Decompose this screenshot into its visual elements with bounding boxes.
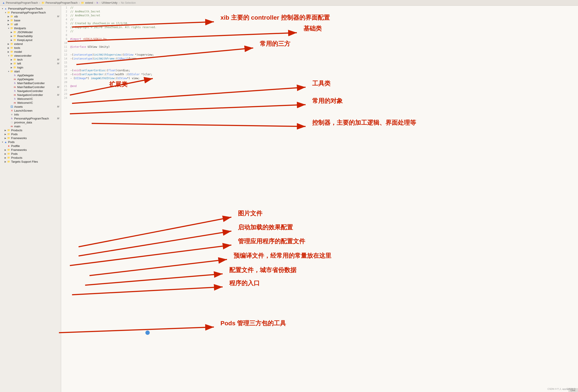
- sidebar-item-navcontroller-h[interactable]: h NavigationController: [0, 89, 61, 93]
- sidebar-label-jsonmodel: JSONModel: [17, 31, 61, 34]
- sidebar-label-pods-products: Products: [11, 156, 61, 159]
- sidebar-item-province-data[interactable]: □ province_data: [0, 120, 61, 124]
- code-content[interactable]: 1 // 2 // AndHealth_Secret 3 // AndHealt…: [61, 6, 578, 392]
- folder-icon-base: 📁: [10, 19, 13, 22]
- h-icon-3: h: [13, 89, 17, 93]
- sidebar-item-welcomevc-h[interactable]: h WelcomeVC: [0, 97, 61, 101]
- arrow-pods-group: ▶: [4, 133, 7, 135]
- sidebar-item-keeplayout[interactable]: ▶ 📁 KeepLayout: [0, 38, 61, 42]
- sidebar-item-maintabbar-m[interactable]: m MainTabBarController M: [0, 85, 61, 89]
- sidebar-item-pods-pods[interactable]: ▶ 📁 Pods: [0, 152, 61, 156]
- m-icon-3: m: [13, 93, 17, 97]
- sidebar-item-tools[interactable]: ▶ 📁 tools: [0, 46, 61, 50]
- sidebar-label-podfile: Podfile: [11, 144, 61, 148]
- xcode-icon: ▲: [4, 7, 7, 10]
- sidebar-item-reachability[interactable]: ▶ 📁 Reachability: [0, 34, 61, 38]
- code-line-8: 8: [61, 33, 578, 37]
- sidebar-label-tools: tools: [14, 46, 61, 49]
- badge-tech: M: [57, 58, 59, 61]
- sidebar-item-frameworks[interactable]: ▶ 📁 Frameworks: [0, 136, 61, 140]
- sidebar-item-pods-frameworks[interactable]: ▶ 📁 Frameworks: [0, 148, 61, 152]
- sidebar-item-targets-support[interactable]: ▶ 📁 Targets Support Files: [0, 159, 61, 163]
- sidebar-label-main-group: PersonalAppProgramTeach: [11, 11, 61, 14]
- arrow-keeplayout: ▶: [10, 39, 13, 41]
- sidebar-item-launchscreen[interactable]: ✕ LaunchScreen: [0, 109, 61, 113]
- sidebar-item-tech[interactable]: ▶ 📁 tech M: [0, 58, 61, 61]
- sidebar-label-pods-group: Pods: [11, 133, 61, 136]
- line-num-10: 10: [61, 41, 69, 45]
- code-line-4: 4 //: [61, 17, 578, 21]
- breadcrumb-item-6[interactable]: No Selection: [121, 1, 136, 4]
- badge-xib: M: [57, 15, 59, 18]
- sidebar-item-podfile[interactable]: ♦ Podfile: [0, 144, 61, 148]
- badge-maintabbar: M: [57, 86, 59, 88]
- arrow-root: ▾: [1, 7, 4, 10]
- line-num-19: 19: [61, 76, 69, 80]
- sidebar-item-personalapp-h[interactable]: h PersonalAppProgramTeach M: [0, 117, 61, 120]
- sidebar-label-navcontroller-h: NavigationController: [17, 89, 61, 93]
- sidebar-item-main-group[interactable]: ▾ 📁 PersonalAppProgramTeach: [0, 10, 61, 14]
- sidebar-item-base[interactable]: ▶ 📁 base: [0, 18, 61, 22]
- sidebar-item-appdelegate-m[interactable]: m AppDelegate: [0, 77, 61, 81]
- folder-icon-extend: 📁: [10, 42, 13, 45]
- sidebar-label-targets: Targets Support Files: [11, 160, 61, 163]
- code-line-21: 21 @end: [61, 84, 578, 88]
- sidebar-item-viewcontroller[interactable]: ▾ 📁 viewcontroller: [0, 54, 61, 58]
- folder-icon-reachability: 📁: [13, 34, 17, 38]
- sidebar-label-root: PersonalAppProgramTeach: [8, 7, 61, 10]
- sidebar-label-tech: tech: [17, 58, 57, 61]
- breadcrumb-item-2[interactable]: PersonalAppProgramTeach: [46, 1, 78, 4]
- sidebar-item-appdelegate-h[interactable]: h AppDelegate: [0, 73, 61, 77]
- breadcrumb-item-5[interactable]: UIView+Unity: [102, 1, 117, 4]
- sidebar-item-login[interactable]: ▶ 📁 login: [0, 65, 61, 69]
- line-num-6: 6: [61, 25, 69, 29]
- arrow-model: ▶: [7, 51, 10, 53]
- pods-project-icon: ▲: [4, 140, 7, 144]
- code-line-17: 17 -(void)setlayerCordius:(float)cordius…: [61, 69, 578, 72]
- sidebar-label-reachability: Reachability: [17, 35, 61, 38]
- sidebar-item-pods-root[interactable]: ▾ ▲ Pods: [0, 140, 61, 144]
- sidebar-label-base: base: [14, 19, 61, 22]
- breadcrumb-item-3[interactable]: extend: [85, 1, 93, 4]
- sidebar-item-pods-products[interactable]: ▶ 📁 Products: [0, 156, 61, 159]
- code-text-21: @end: [69, 84, 77, 88]
- sidebar-item-products[interactable]: ▶ 📁 Products: [0, 128, 61, 132]
- sidebar-item-info[interactable]: ≡ Info: [0, 113, 61, 117]
- arrow-start: ▾: [7, 70, 10, 73]
- info-icon: ≡: [10, 113, 13, 116]
- line-num-3: 3: [61, 13, 69, 17]
- breadcrumb-item-4[interactable]: h: [96, 1, 98, 4]
- folder-icon-vc: 📁: [10, 54, 13, 57]
- file-navigator: ▾ ▲ PersonalAppProgramTeach ▾ 📁 Personal…: [0, 6, 61, 392]
- sidebar-item-extend[interactable]: ▶ 📁 extend: [0, 42, 61, 46]
- sidebar-item-thirdparts[interactable]: ▾ 📁 thirdparts: [0, 26, 61, 30]
- sidebar-label-welcomevc-h: WelcomeVC: [17, 97, 61, 101]
- sidebar-item-pods-group[interactable]: ▶ 📁 Pods: [0, 132, 61, 136]
- sidebar-item-model[interactable]: ▶ 📁 model: [0, 50, 61, 54]
- sidebar-item-start[interactable]: ▾ 📁 start: [0, 69, 61, 73]
- sidebar-item-main-m[interactable]: m main: [0, 124, 61, 128]
- line-num-14: 14: [61, 57, 69, 61]
- code-line-10: 10: [61, 41, 578, 45]
- code-line-22: 22: [61, 88, 578, 92]
- sidebar-item-navcontroller-m[interactable]: m NavigationController M: [0, 93, 61, 97]
- sidebar-item-maintabbar-h[interactable]: h MainTabBarController: [0, 81, 61, 85]
- arrow-pods-pods: ▶: [4, 153, 7, 155]
- sidebar-item-assets[interactable]: ⊡ Assets M: [0, 105, 61, 109]
- sidebar-label-start: start: [14, 70, 61, 73]
- folder-icon-frameworks: 📁: [7, 136, 10, 140]
- folder-icon-1: 📁: [42, 1, 45, 4]
- line-num-4: 4: [61, 17, 69, 21]
- sidebar-item-welcomevc-m[interactable]: m WelcomeVC: [0, 101, 61, 105]
- watermark: CSDN ©个人 app编程教学: [547, 388, 576, 391]
- sidebar-item-util[interactable]: ▶ 📁 util: [0, 22, 61, 26]
- sidebar-item-root[interactable]: ▾ ▲ PersonalAppProgramTeach: [0, 6, 61, 10]
- arrow-jsonmodel: ▶: [10, 31, 13, 33]
- sidebar-item-jsonmodel[interactable]: ▶ 📁 JSONModel: [0, 30, 61, 34]
- sidebar-label-left: left: [17, 62, 57, 65]
- sidebar-item-left[interactable]: ▶ 📁 left M: [0, 61, 61, 65]
- arrow-xib: ▶: [7, 15, 10, 18]
- breadcrumb-item-1[interactable]: PersonalAppProgramTeach: [6, 1, 38, 4]
- code-editor: 1 // 2 // AndHealth_Secret 3 // AndHealt…: [61, 6, 578, 392]
- sidebar-item-xib[interactable]: ▶ 📁 xib M: [0, 14, 61, 18]
